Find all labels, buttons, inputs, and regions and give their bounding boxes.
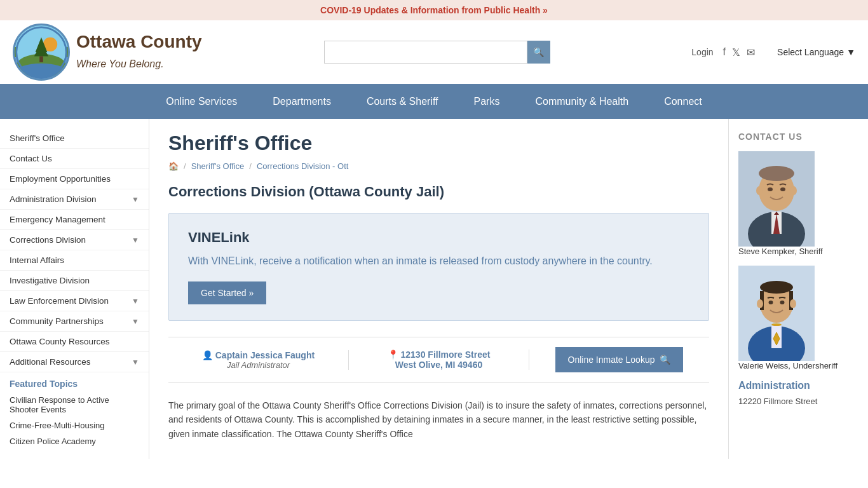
email-icon[interactable]: ✉ (747, 46, 755, 58)
nav-community-health[interactable]: Community & Health (517, 84, 646, 119)
captain-icon: 👤 (202, 350, 215, 360)
sidebar-item-contact-us[interactable]: Contact Us (0, 149, 149, 169)
nav-connect[interactable]: Connect (646, 84, 720, 119)
top-banner[interactable]: COVID-19 Updates & Information from Publ… (0, 0, 868, 20)
logo-subtext: Where You Belong. (76, 52, 202, 72)
sidebar-item-internal-affairs[interactable]: Internal Affairs (0, 250, 149, 271)
sidebar-item-employment[interactable]: Employment Opportunities (0, 169, 149, 189)
logo-text-area: Ottawa County Where You Belong. (76, 32, 202, 72)
inmate-lookup-button[interactable]: Online Inmate Lookup 🔍 (555, 347, 684, 372)
language-selector[interactable]: Select Language ▼ (777, 47, 855, 57)
header: Ottawa County Where You Belong. 🔍 Login … (0, 20, 868, 84)
sidebar-item-ottawa-resources[interactable]: Ottawa County Resources (0, 332, 149, 352)
main-content: Sheriff's Office 🏠 / Sheriff's Office / … (149, 119, 728, 459)
sidebar-arrow-administration: ▼ (132, 195, 139, 204)
facebook-icon[interactable]: f (723, 46, 726, 58)
vinelink-title: VINELink (188, 229, 689, 246)
search-input[interactable] (324, 41, 527, 64)
section-title: Corrections Division (Ottawa County Jail… (168, 184, 709, 200)
logo-name: Ottawa County (76, 32, 202, 52)
sidebar-item-sheriffs-office[interactable]: Sheriff's Office (0, 128, 149, 149)
breadcrumb-sheriffs[interactable]: Sheriff's Office (191, 161, 245, 171)
vinelink-box: VINELink With VINELink, receive a notifi… (168, 213, 709, 321)
svg-point-24 (760, 281, 793, 294)
svg-point-27 (757, 299, 763, 308)
logo-area: Ottawa County Where You Belong. (13, 24, 202, 81)
body-text: The primary goal of the Ottawa County Sh… (168, 398, 709, 441)
featured-item-2[interactable]: Crime-Free-Multi-Housing (0, 417, 149, 433)
login-link[interactable]: Login (691, 47, 713, 57)
twitter-icon[interactable]: 𝕏 (732, 46, 740, 58)
sidebar-arrow-law-enforcement: ▼ (132, 297, 139, 306)
covid-banner-link[interactable]: COVID-19 Updates & Information from Publ… (320, 5, 548, 15)
svg-point-30 (780, 301, 785, 304)
breadcrumb: 🏠 / Sheriff's Office / Corrections Divis… (168, 161, 709, 171)
logo-circle (13, 24, 70, 81)
captain-cell: 👤 Captain Jessica Faught Jail Administra… (168, 350, 349, 370)
sidebar-arrow-corrections: ▼ (132, 236, 139, 245)
undersheriff-photo (738, 266, 815, 361)
contact-us-title: CONTACT US (738, 132, 858, 142)
address-cell: 📍 12130 Fillmore Street West Olive, MI 4… (349, 349, 529, 370)
sidebar-item-emergency[interactable]: Emergency Management (0, 210, 149, 230)
sidebar-arrow-additional: ▼ (132, 358, 139, 367)
sidebar-item-law-enforcement[interactable]: Law Enforcement Division ▼ (0, 291, 149, 311)
lookup-cell: Online Inmate Lookup 🔍 (529, 347, 709, 372)
language-chevron-icon: ▼ (846, 47, 855, 57)
featured-topics-title: Featured Topics (0, 372, 149, 392)
nav-courts-sheriff[interactable]: Courts & Sheriff (349, 84, 456, 119)
nav-online-services[interactable]: Online Services (148, 84, 255, 119)
svg-point-31 (771, 323, 782, 326)
search-area: 🔍 (202, 41, 673, 64)
right-sidebar: CONTACT US (728, 119, 868, 459)
sheriff-photo (738, 151, 815, 247)
main-nav: Online Services Departments Courts & She… (0, 84, 868, 119)
nav-parks[interactable]: Parks (456, 84, 518, 119)
search-icon: 🔍 (660, 355, 670, 365)
svg-rect-6 (39, 57, 43, 62)
svg-point-29 (769, 301, 773, 304)
page-layout: Sheriff's Office Contact Us Employment O… (0, 119, 868, 459)
svg-point-17 (780, 187, 785, 191)
left-sidebar: Sheriff's Office Contact Us Employment O… (0, 119, 149, 459)
sidebar-item-community-partnerships[interactable]: Community Partnerships ▼ (0, 311, 149, 332)
info-row: 👤 Captain Jessica Faught Jail Administra… (168, 337, 709, 383)
header-right: Login f 𝕏 ✉ Select Language ▼ (691, 46, 855, 58)
sidebar-item-administration[interactable]: Administration Division ▼ (0, 189, 149, 210)
social-icons: f 𝕏 ✉ (723, 46, 755, 58)
address-city: West Olive, MI 49460 (362, 360, 516, 370)
page-title: Sheriff's Office (168, 132, 709, 155)
sidebar-item-corrections[interactable]: Corrections Division ▼ (0, 230, 149, 250)
sidebar-item-additional[interactable]: Additional Resources ▼ (0, 352, 149, 372)
sidebar-arrow-community: ▼ (132, 317, 139, 326)
search-button[interactable]: 🔍 (527, 41, 550, 64)
undersheriff-name: Valerie Weiss, Undersheriff (738, 361, 858, 370)
administration-title: Administration (738, 380, 858, 391)
svg-point-13 (759, 166, 794, 181)
svg-point-16 (768, 187, 773, 191)
featured-item-3[interactable]: Citizen Police Academy (0, 433, 149, 449)
svg-point-15 (790, 186, 797, 195)
vinelink-text: With VINELink, receive a notification wh… (188, 254, 689, 269)
address-street: 📍 12130 Fillmore Street (362, 349, 516, 360)
language-label: Select Language (777, 47, 844, 57)
home-icon[interactable]: 🏠 (168, 161, 179, 171)
admin-address: 12220 Fillmore Street (738, 396, 858, 406)
sheriff-name: Steve Kempker, Sheriff (738, 247, 858, 256)
breadcrumb-corrections[interactable]: Corrections Division - Ott (257, 161, 348, 171)
nav-departments[interactable]: Departments (255, 84, 349, 119)
svg-point-14 (756, 186, 763, 195)
sidebar-item-investigative[interactable]: Investigative Division (0, 271, 149, 291)
get-started-button[interactable]: Get Started » (188, 281, 266, 304)
location-icon: 📍 (388, 349, 401, 360)
svg-point-28 (790, 299, 796, 308)
captain-name: 👤 Captain Jessica Faught (181, 350, 336, 360)
featured-item-1[interactable]: Civilian Response to Active Shooter Even… (0, 392, 149, 417)
captain-subtitle: Jail Administrator (181, 360, 336, 370)
